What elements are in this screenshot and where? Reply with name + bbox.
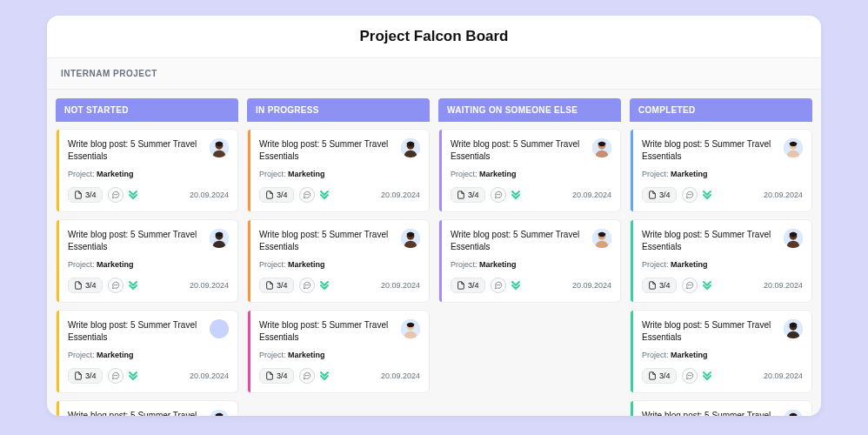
subtask-badge[interactable]: 3/4 [68,368,103,384]
document-icon [265,191,274,199]
card-title: Write blog post: 5 Summer Travel Essenti… [451,229,585,253]
comment-icon[interactable] [491,278,506,293]
card-date: 20.09.2024 [190,371,229,380]
avatar[interactable] [401,319,420,338]
subtask-count: 3/4 [85,371,97,380]
task-card[interactable]: Write blog post: 5 Summer Travel Essenti… [247,219,430,303]
project-line: Project: Marketing [642,351,803,359]
avatar[interactable] [401,229,420,248]
task-card[interactable]: Write blog post: 5 Summer Travel Essenti… [56,129,238,212]
task-card[interactable]: Write blog post: 5 Summer Travel Essenti… [630,310,812,393]
subtask-badge[interactable]: 3/4 [68,187,103,203]
project-name: Marketing [288,351,325,359]
comment-icon[interactable] [108,187,124,203]
task-card[interactable]: Write blog post: 5 Summer Travel Essenti… [630,129,812,212]
card-bottom: 3/4 20.09.2024 [451,187,611,203]
card-title: Write blog post: 5 Summer Travel Essenti… [642,138,777,163]
avatar[interactable] [210,229,229,248]
task-card[interactable]: Write blog post: 5 Summer Travel Essenti… [630,219,812,303]
project-label: Project: [68,260,95,269]
avatar[interactable] [784,138,803,157]
board-title: Project Falcon Board [47,28,821,45]
avatar[interactable] [210,410,229,416]
card-top: Write blog post: 5 Summer Travel Essenti… [68,229,229,253]
priority-icon [129,370,137,382]
card-top: Write blog post: 5 Summer Travel Essenti… [451,138,611,163]
task-card[interactable]: Write blog post: 5 Summer Travel Essenti… [630,400,812,416]
columns-row: NOT STARTED Write blog post: 5 Summer Tr… [47,90,821,416]
card-top: Write blog post: 5 Summer Travel Essenti… [259,138,420,163]
comment-icon[interactable] [299,368,315,384]
card-title: Write blog post: 5 Summer Travel Essenti… [68,410,203,416]
avatar[interactable] [784,319,803,338]
avatar[interactable] [401,138,420,157]
avatar[interactable] [592,138,611,157]
subtask-badge[interactable]: 3/4 [451,187,485,203]
subtask-count: 3/4 [85,191,97,199]
priority-icon [511,279,520,291]
avatar[interactable] [210,319,229,338]
subtask-badge[interactable]: 3/4 [259,187,294,203]
card-date: 20.09.2024 [381,371,420,380]
badges: 3/4 [642,187,711,203]
project-label: Project: [259,260,286,269]
column-header[interactable]: IN PROGRESS [247,98,430,122]
avatar[interactable] [784,410,803,416]
column-header[interactable]: WAITING ON SOMEONE ELSE [438,98,621,122]
comment-icon[interactable] [108,278,124,293]
task-card[interactable]: Write blog post: 5 Summer Travel Essenti… [56,310,238,393]
subtask-badge[interactable]: 3/4 [259,278,294,293]
avatar[interactable] [210,138,229,157]
task-card[interactable]: Write blog post: 5 Summer Travel Essenti… [247,129,430,212]
card-top: Write blog post: 5 Summer Travel Essenti… [642,229,803,253]
svg-point-60 [688,284,689,285]
card-date: 20.09.2024 [572,281,611,290]
card-title: Write blog post: 5 Summer Travel Essenti… [642,229,777,253]
document-icon [265,281,274,290]
svg-point-67 [689,375,690,376]
task-card[interactable]: Write blog post: 5 Summer Travel Essenti… [438,219,621,303]
subtask-badge[interactable]: 3/4 [642,278,677,293]
project-line: Project: Marketing [68,351,229,359]
task-card[interactable]: Write blog post: 5 Summer Travel Essenti… [56,219,238,303]
document-icon [74,191,83,199]
column-header[interactable]: NOT STARTED [56,98,238,122]
card-top: Write blog post: 5 Summer Travel Essenti… [68,319,229,344]
svg-point-25 [306,194,307,195]
comment-icon[interactable] [682,278,698,293]
subtask-badge[interactable]: 3/4 [259,368,294,384]
svg-point-3 [114,194,115,195]
priority-icon [511,189,520,201]
svg-point-32 [308,284,309,285]
comment-icon[interactable] [682,187,698,203]
task-card[interactable]: Write blog post: 5 Summer Travel Essenti… [438,129,621,212]
comment-icon[interactable] [682,368,698,384]
card-date: 20.09.2024 [381,191,420,199]
avatar[interactable] [592,229,611,248]
project-name: Marketing [288,260,325,269]
comment-icon[interactable] [491,187,506,203]
card-title: Write blog post: 5 Summer Travel Essenti… [68,319,203,344]
subtask-badge[interactable]: 3/4 [68,278,103,293]
subtask-count: 3/4 [468,191,479,199]
column-header[interactable]: COMPLETED [630,98,812,122]
badges: 3/4 [68,187,137,203]
comment-icon[interactable] [108,368,124,384]
svg-point-61 [689,284,690,285]
card-date: 20.09.2024 [764,371,803,380]
card-bottom: 3/4 20.09.2024 [642,278,803,293]
svg-point-5 [117,194,117,195]
card-title: Write blog post: 5 Summer Travel Essenti… [642,319,777,344]
project-label: Project: [259,351,286,359]
task-card[interactable]: Write blog post: 5 Summer Travel Essenti… [247,310,430,393]
comment-icon[interactable] [299,187,315,203]
card-bottom: 3/4 20.09.2024 [259,187,420,203]
task-card[interactable]: Write blog post: 5 Summer Travel Essenti… [56,400,238,416]
subtask-badge[interactable]: 3/4 [642,187,677,203]
document-icon [457,191,465,199]
subtask-badge[interactable]: 3/4 [642,368,677,384]
avatar[interactable] [784,229,803,248]
subtask-badge[interactable]: 3/4 [451,278,485,293]
comment-icon[interactable] [299,278,315,293]
document-icon [648,281,657,290]
